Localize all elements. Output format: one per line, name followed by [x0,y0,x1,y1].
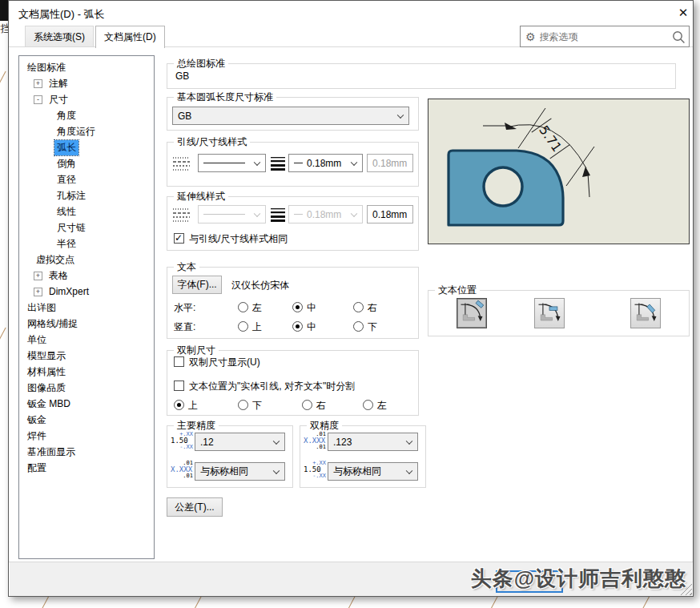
icon-text: X.XXX [171,466,193,473]
thickness-line-sample [294,214,303,215]
chevron-down-icon [273,437,280,444]
tree-item-17[interactable]: 单位 [19,332,154,348]
expand-icon[interactable]: + [34,288,42,296]
text-position-icon [457,299,486,328]
checkbox-icon[interactable] [174,356,184,367]
chevron-down-icon [397,111,404,118]
tree-item-1[interactable]: +注解 [19,75,154,91]
tree-item-16[interactable]: 网格线/捕捉 [19,316,154,332]
background-sketch-line [0,328,6,346]
tab-strip: 系统选项(S) 文档属性(D) [25,26,167,47]
options-tree: 绘图标准+注解-尺寸角度角度运行弧长倒角直径孔标注线性尺寸链半径虚拟交点+表格+… [18,55,155,559]
same-as-leader-row[interactable]: 与引线/尺寸线样式相同 [174,232,288,246]
checkbox-checked-icon[interactable] [174,233,184,244]
primary-tolerance-precision-dropdown[interactable]: 与标称相同 [195,462,285,481]
base-standard-dropdown[interactable]: GB [172,107,409,125]
tree-item-19[interactable]: 材料属性 [19,364,154,380]
text-position-group: 文本位置 [428,290,690,336]
radio-selected-icon[interactable] [292,321,303,332]
tree-item-23[interactable]: 焊件 [19,428,154,444]
tree-item-label: 材料属性 [25,364,68,380]
tree-item-label: 虚拟交点 [34,252,77,268]
radio-position-left[interactable]: 左 [363,399,387,413]
radio-position-top[interactable]: 上 [174,399,198,413]
radio-position-bottom[interactable]: 下 [238,399,262,413]
font-button[interactable]: 字体(F)... [172,276,222,294]
tree-item-7[interactable]: 直径 [19,171,154,187]
radio-vertical-top[interactable]: 上 [238,320,262,334]
tree-item-14[interactable]: +DimXpert [19,284,154,300]
radio-horizontal-left[interactable]: 左 [238,301,262,315]
radio-icon[interactable] [302,400,312,410]
tree-item-15[interactable]: 出详图 [19,300,154,316]
expand-icon[interactable]: + [34,79,42,88]
dual-tolerance-precision-dropdown[interactable]: 与标称相同 [328,462,418,481]
primary-nominal-precision-dropdown[interactable]: .12 [195,433,285,451]
tree-item-9[interactable]: 线性 [19,203,154,219]
radio-vertical-center[interactable]: 中 [292,320,316,334]
radio-icon[interactable] [353,302,364,312]
tab-document-properties[interactable]: 文档属性(D) [95,26,165,48]
radio-icon[interactable] [363,400,373,410]
tolerance-button[interactable]: 公差(T)... [167,497,223,517]
search-options-box[interactable]: ⚙ [520,26,690,47]
tree-item-6[interactable]: 倒角 [19,155,154,171]
tab-system-options[interactable]: 系统选项(S) [25,26,94,47]
tree-item-18[interactable]: 模型显示 [19,348,154,364]
tree-item-21[interactable]: 钣金 MBD [19,396,154,412]
tree-item-label: 倒角 [54,156,78,171]
dual-nominal-precision-dropdown[interactable]: .123 [328,433,418,451]
tree-item-4[interactable]: 角度运行 [19,123,154,139]
extension-custom-thickness-input[interactable]: 0.18mm [367,205,413,223]
tree-item-label: 线性 [54,204,78,219]
text-position-on-arc-button[interactable] [457,298,487,328]
radio-selected-icon[interactable] [174,400,184,410]
dialog-title: 文档属性(D) - 弧长 [18,7,105,22]
leader-custom-thickness-input[interactable]: 0.18mm [367,154,413,172]
text-position-horizontal-button[interactable] [534,298,565,328]
text-position-broken-leader-button[interactable] [630,298,661,328]
radio-horizontal-center[interactable]: 中 [292,301,316,315]
tree-item-5[interactable]: 弧长 [19,139,154,155]
tree-item-11[interactable]: 半径 [19,236,154,252]
tree-item-2[interactable]: -尺寸 [19,91,154,107]
search-input[interactable] [540,31,671,42]
tree-item-24[interactable]: 基准面显示 [19,444,154,460]
collapse-icon[interactable]: - [34,95,42,104]
tree-item-12[interactable]: 虚拟交点 [19,252,154,268]
dual-display-row[interactable]: 双制尺寸显示(U) [174,356,260,369]
split-text-row[interactable]: 文本位置为"实体引线, 对齐文本"时分割 [174,380,355,393]
radio-icon[interactable] [238,321,248,332]
tree-item-22[interactable]: 钣金 [19,412,154,428]
leader-style-title: 引线/尺寸线样式 [174,135,250,149]
icon-text: X.XXX [304,437,326,444]
tree-item-8[interactable]: 孔标注 [19,187,154,203]
tree-item-3[interactable]: 角度 [19,107,154,123]
radio-label: 左 [377,400,387,411]
leader-line-style-dropdown[interactable] [198,154,266,172]
radio-label: 下 [252,400,262,411]
tree-item-0[interactable]: 绘图标准 [19,59,154,75]
arc-length-preview: 5.71 [428,99,690,244]
tree-item-25[interactable]: 配置 [19,460,154,476]
radio-icon[interactable] [238,400,248,410]
expand-icon[interactable]: + [34,272,42,280]
tree-item-label: 注解 [46,76,70,91]
checkbox-icon[interactable] [174,381,184,391]
tree-item-20[interactable]: 图像品质 [19,380,154,396]
radio-horizontal-right[interactable]: 右 [353,301,377,315]
radio-icon[interactable] [238,302,248,312]
radio-vertical-bottom[interactable]: 下 [353,320,377,334]
tree-item-10[interactable]: 尺寸链 [19,219,154,236]
leader-thickness-dropdown[interactable]: 0.18mm [288,154,363,172]
search-icon[interactable] [671,30,686,44]
radio-icon[interactable] [353,321,364,332]
tree-item-label: 钣金 [25,413,49,428]
radio-position-right[interactable]: 右 [302,399,326,413]
leader-thickness-value: 0.18mm [307,158,341,169]
line-style-icon [172,207,191,222]
close-icon[interactable]: ✕ [674,4,692,22]
tree-item-13[interactable]: +表格 [19,268,154,284]
radio-selected-icon[interactable] [292,302,303,312]
tree-item-label: 钣金 MBD [25,397,73,412]
